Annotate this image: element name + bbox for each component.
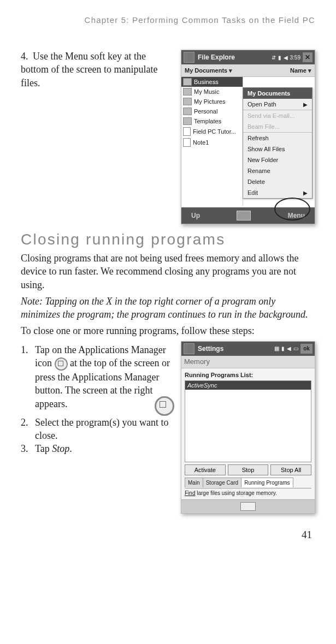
step-3-stop: Stop [52, 443, 69, 454]
menu-refresh: Refresh [243, 133, 312, 144]
start-flag-icon [184, 52, 194, 63]
highlight-circle [274, 198, 310, 220]
apps-manager-icon [55, 357, 68, 371]
apps-icon: ▦ [274, 345, 279, 351]
memory-buttons: Activate Stop Stop All [185, 464, 311, 475]
list-item-label: Business [194, 79, 219, 85]
tab-main: Main [185, 478, 203, 487]
speaker-icon: ◀ [287, 345, 291, 351]
wm-title-bar: Settings ▦ ▮ ◀ ▭ ok [181, 342, 315, 356]
step-1: 1. Tap on the Applications Manager icon … [21, 343, 174, 416]
activate-button: Activate [185, 464, 226, 475]
find-large-files: Find large files using storage memory. [185, 488, 311, 496]
app-title: File Explore [198, 53, 272, 61]
menu-delete: Delete [243, 176, 312, 187]
list-item: Personal [181, 106, 243, 116]
note-paragraph: Note: Tapping on the X in the top right … [21, 295, 315, 321]
list-item: Note1 [181, 137, 243, 148]
path-dropdown: My Documents [185, 67, 232, 74]
step4-body: Use the Menu soft key at the bottom of t… [21, 51, 157, 88]
menu-show-all: Show All Files [243, 144, 312, 154]
panel-title: Memory [181, 356, 315, 368]
list-item: My Pictures [181, 97, 243, 106]
menu-open-path: Open Path▶ [243, 99, 312, 110]
list-item: Business [181, 77, 243, 87]
step-3-text-c: . [69, 443, 72, 454]
step-3-text: Tap Stop. [35, 442, 72, 455]
menu-header: My Documents [243, 88, 312, 99]
fx-header: My Documents Name [181, 64, 315, 77]
keyboard-icon [237, 211, 251, 220]
step-1-num: 1. [21, 343, 35, 416]
signal-icon: ▮ [278, 55, 281, 61]
tab-running: Running Programs [241, 478, 293, 487]
list-item-label: Personal [194, 108, 217, 115]
wm-title-bar: File Explore ⇵ ▮ ◀ 3:59 ✕ [181, 50, 315, 64]
list-item: Field PC Tutor... [181, 126, 243, 137]
running-programs-list: ActiveSync [185, 380, 311, 462]
step-2: 2. Select the program(s) you want to clo… [21, 416, 174, 443]
folder-icon [183, 117, 192, 125]
step-3: 3. Tap Stop. [21, 442, 174, 455]
softkey-up: Up [191, 212, 200, 219]
menu-item-label: Edit [247, 189, 258, 196]
connectivity-icon: ⇵ [272, 55, 276, 61]
list-item: Templates [181, 116, 243, 126]
stop-button: Stop [228, 464, 269, 475]
keyboard-icon [240, 502, 256, 511]
step-3-num: 3. [21, 442, 35, 455]
menu-beam-file: Beam File... [243, 121, 312, 132]
list-item: My Music [181, 87, 243, 97]
list-item-label: Field PC Tutor... [193, 128, 236, 135]
folder-icon [183, 98, 192, 105]
list-item-label: My Music [194, 88, 219, 95]
speaker-icon: ◀ [284, 55, 288, 61]
chapter-header: Chapter 5: Performing Common Tasks on th… [21, 15, 315, 25]
start-flag-icon [184, 343, 194, 354]
system-tray: ▦ ▮ ◀ ▭ [274, 345, 298, 351]
menu-rename: Rename [243, 165, 312, 176]
paragraph-2: To close one or more running programs, f… [21, 324, 315, 337]
list-item-label: Note1 [193, 139, 209, 146]
app-title: Settings [198, 345, 274, 353]
close-icon: ✕ [303, 52, 313, 62]
battery-icon: ▭ [293, 345, 298, 351]
system-tray: ⇵ ▮ ◀ 3:59 [272, 55, 300, 61]
folder-icon [183, 88, 192, 96]
section-heading: Closing running programs [21, 231, 315, 248]
chevron-right-icon: ▶ [303, 190, 308, 196]
page-number: 41 [21, 529, 315, 541]
list-item-label: Templates [194, 118, 221, 124]
signal-icon: ▮ [281, 345, 285, 351]
folder-icon [183, 78, 192, 86]
clock-text: 3:59 [290, 55, 300, 61]
menu-send-email: Send via E-mail... [243, 110, 312, 121]
sort-dropdown: Name [290, 67, 311, 74]
tab-storage: Storage Card [203, 478, 241, 487]
menu-item-label: Open Path [247, 101, 276, 108]
find-text: large files using storage memory. [195, 490, 276, 496]
step4-text: 4.Use the Menu soft key at the bottom of… [21, 50, 174, 224]
step-1-text: Tap on the Applications Manager icon at … [35, 343, 174, 416]
chevron-right-icon: ▶ [303, 102, 308, 108]
running-list-label: Running Programs List: [181, 368, 315, 379]
step-3-text-a: Tap [35, 443, 52, 454]
menu-edit: Edit▶ [243, 187, 312, 198]
file-icon [183, 138, 191, 147]
step-2-text: Select the program(s) you want to close. [35, 416, 174, 443]
paragraph-1: Closing programs that are not being used… [21, 252, 315, 291]
context-menu: My Documents Open Path▶ Send via E-mail.… [243, 87, 313, 199]
stop-all-button: Stop All [270, 464, 311, 475]
find-link: Find [185, 490, 195, 496]
file-explorer-screenshot: File Explore ⇵ ▮ ◀ 3:59 ✕ My Documents N… [181, 50, 315, 224]
folder-icon [183, 108, 192, 115]
step4-num: 4. [21, 50, 33, 63]
menu-new-folder: New Folder [243, 154, 312, 165]
memory-tabs: Main Storage Card Running Programs [185, 478, 311, 487]
file-icon [183, 127, 191, 136]
step-2-num: 2. [21, 416, 35, 443]
ok-button: ok [300, 344, 313, 354]
soft-key-bar [181, 499, 315, 513]
apps-manager-button-icon [155, 396, 174, 416]
memory-screenshot: Settings ▦ ▮ ◀ ▭ ok Memory Running Progr… [181, 341, 315, 514]
